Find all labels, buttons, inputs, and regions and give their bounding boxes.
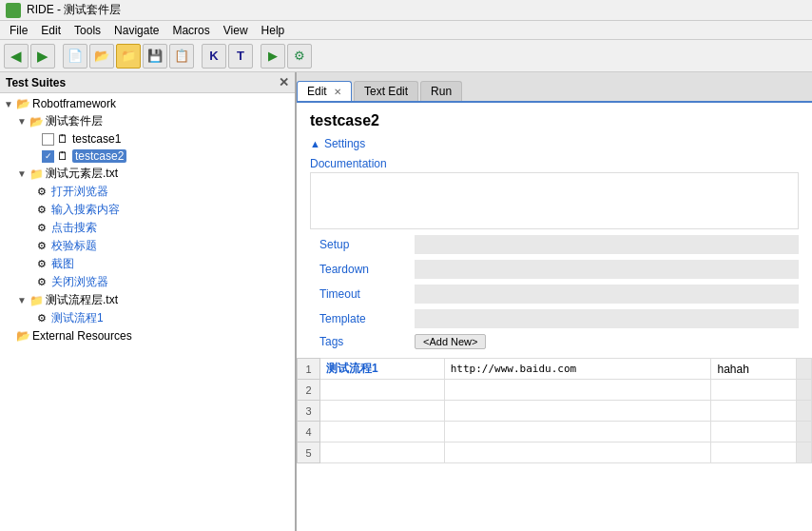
cell-5-1[interactable] [320, 442, 445, 463]
folder-txt-icon: 📁 [29, 167, 44, 182]
label-close-browser: 关闭浏览器 [51, 274, 108, 290]
menu-navigate[interactable]: Navigate [108, 23, 164, 38]
menu-view[interactable]: View [218, 23, 254, 38]
gear-icon-input-search: ⚙ [34, 203, 49, 218]
toolbar-copy-btn[interactable]: 📋 [169, 44, 194, 69]
timeout-label: Timeout [319, 287, 415, 301]
setup-input[interactable] [415, 235, 799, 254]
template-input[interactable] [415, 309, 799, 328]
cell-4-4[interactable] [797, 422, 812, 442]
cell-1-4[interactable] [797, 359, 812, 380]
toggle-suite-layer[interactable]: ▼ [15, 116, 29, 127]
cell-3-4[interactable] [797, 401, 812, 422]
gear-icon-close-browser: ⚙ [34, 275, 49, 290]
teardown-row: Teardown [319, 257, 799, 282]
cell-2-3[interactable] [711, 380, 797, 401]
toolbar-folder-btn[interactable]: 📁 [116, 44, 141, 69]
title-bar: RIDE - 测试套件层 [0, 0, 812, 21]
tab-text-edit[interactable]: Text Edit [354, 81, 418, 101]
toolbar-run-btn[interactable]: ▶ [261, 44, 285, 69]
documentation-row: Documentation [310, 152, 799, 232]
teardown-input[interactable] [415, 260, 799, 279]
teardown-label: Teardown [319, 263, 415, 276]
setup-label: Setup [319, 238, 415, 251]
add-new-tag-button[interactable]: <Add New> [415, 334, 486, 349]
cell-3-1[interactable] [320, 401, 445, 422]
tab-edit[interactable]: Edit ✕ [297, 81, 352, 101]
tree-item-open-browser[interactable]: ⚙ 打开浏览器 [0, 183, 295, 201]
label-testcase2: testcase2 [72, 149, 126, 163]
toolbar-forward-btn[interactable]: ▶ [30, 44, 55, 69]
cell-1-1[interactable]: 测试流程1 [320, 359, 445, 380]
row-num-3: 3 [298, 401, 320, 422]
left-panel: Test Suites ✕ ▼ 📂 Robotframework ▼ 📂 测试套… [0, 72, 297, 531]
menu-edit[interactable]: Edit [35, 23, 67, 38]
menu-file[interactable]: File [4, 23, 33, 38]
label-input-search: 输入搜索内容 [51, 202, 120, 218]
toggle-element-layer[interactable]: ▼ [15, 168, 29, 179]
gear-icon-open-browser: ⚙ [34, 185, 49, 200]
folder-icon-suite: 📂 [29, 114, 44, 129]
documentation-input[interactable] [310, 172, 799, 229]
cell-2-4[interactable] [797, 380, 812, 401]
label-external-resources: External Resources [32, 329, 132, 343]
tree-item-testcase1[interactable]: 🗒 testcase1 [0, 130, 295, 148]
folder-flow-icon: 📁 [29, 293, 44, 308]
toolbar-back-btn[interactable]: ◀ [4, 44, 29, 69]
menu-help[interactable]: Help [256, 23, 291, 38]
tab-edit-close[interactable]: ✕ [334, 87, 341, 97]
toggle-flow-layer[interactable]: ▼ [15, 295, 29, 305]
label-screenshot: 截图 [51, 256, 74, 272]
timeout-input[interactable] [415, 285, 799, 304]
app-icon [6, 3, 21, 18]
checkbox-tc1[interactable] [42, 133, 54, 146]
tree-item-testcase2[interactable]: ✓ 🗒 testcase2 [0, 148, 295, 165]
cell-3-2[interactable] [444, 401, 711, 422]
tree-item-suite-layer[interactable]: ▼ 📂 测试套件层 [0, 112, 295, 130]
external-folder-icon: 📂 [15, 328, 30, 344]
cell-2-1[interactable] [320, 380, 445, 401]
tree-item-click-search[interactable]: ⚙ 点击搜索 [0, 219, 295, 237]
cell-5-4[interactable] [797, 442, 812, 463]
toolbar-new-btn[interactable]: 📄 [63, 44, 87, 69]
tree-item-flow1[interactable]: ⚙ 测试流程1 [0, 309, 295, 327]
settings-arrow-icon: ▲ [310, 138, 320, 149]
tree-item-close-browser[interactable]: ⚙ 关闭浏览器 [0, 273, 295, 291]
cell-5-2[interactable] [444, 442, 711, 463]
toolbar-settings-btn[interactable]: ⚙ [287, 44, 312, 69]
toolbar-open-btn[interactable]: 📂 [89, 44, 114, 69]
main-layout: Test Suites ✕ ▼ 📂 Robotframework ▼ 📂 测试套… [0, 72, 812, 531]
toolbar-save-btn[interactable]: 💾 [143, 44, 167, 69]
tree-item-flow-layer[interactable]: ▼ 📁 测试流程层.txt [0, 291, 295, 309]
tree-item-screenshot[interactable]: ⚙ 截图 [0, 255, 295, 273]
cell-2-2[interactable] [444, 380, 711, 401]
tree-item-input-search[interactable]: ⚙ 输入搜索内容 [0, 201, 295, 219]
cell-4-2[interactable] [444, 422, 711, 442]
tree-item-element-layer[interactable]: ▼ 📁 测试元素层.txt [0, 165, 295, 183]
testcase-table: 1 测试流程1 http://www.baidu.com hahah 2 [297, 358, 812, 463]
tree-item-verify-title[interactable]: ⚙ 校验标题 [0, 237, 295, 255]
tree-item-external-resources[interactable]: 📂 External Resources [0, 327, 295, 344]
toggle-robotframework[interactable]: ▼ [2, 99, 15, 109]
menu-macros[interactable]: Macros [166, 23, 215, 38]
label-click-search: 点击搜索 [51, 220, 97, 236]
cell-1-3[interactable]: hahah [711, 359, 797, 380]
close-panel-button[interactable]: ✕ [279, 75, 289, 89]
settings-section: ▲ Settings Documentation Setup Teardown [297, 135, 812, 352]
gear-icon-screenshot: ⚙ [34, 257, 49, 272]
cell-4-1[interactable] [320, 422, 445, 442]
row-num-2: 2 [298, 380, 320, 401]
tree-item-robotframework[interactable]: ▼ 📂 Robotframework [0, 95, 295, 112]
cell-1-2[interactable]: http://www.baidu.com [444, 359, 711, 380]
settings-header[interactable]: ▲ Settings [310, 135, 799, 152]
table-row: 2 [298, 380, 812, 401]
toolbar-t-btn[interactable]: T [228, 44, 253, 69]
cell-3-3[interactable] [711, 401, 797, 422]
menu-tools[interactable]: Tools [68, 23, 106, 38]
checkbox-tc2[interactable]: ✓ [42, 150, 54, 163]
row-num-4: 4 [298, 422, 320, 442]
cell-5-3[interactable] [711, 442, 797, 463]
tab-run[interactable]: Run [420, 81, 462, 101]
cell-4-3[interactable] [711, 422, 797, 442]
toolbar-k-btn[interactable]: K [202, 44, 226, 69]
